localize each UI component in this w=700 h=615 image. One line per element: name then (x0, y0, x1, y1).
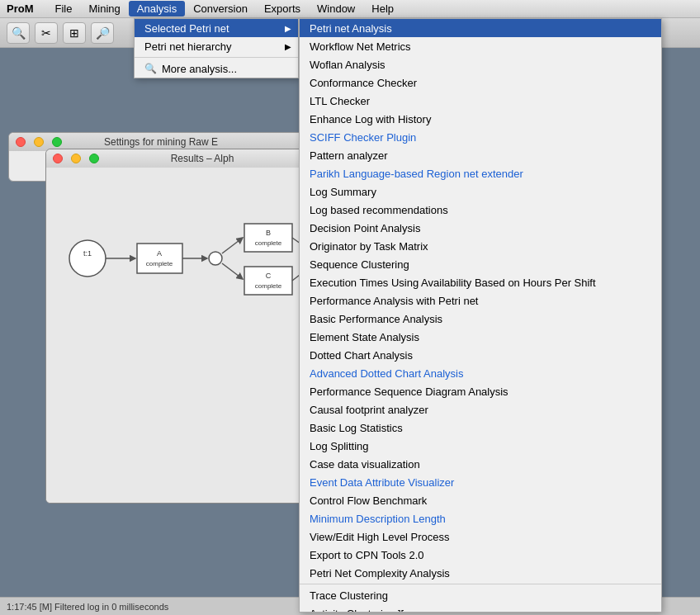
menu-more-analysis[interactable]: 🔍 More analysis... (135, 59, 298, 78)
menu-conversion[interactable]: Conversion (185, 1, 256, 17)
submenu-trace-clustering[interactable]: Trace Clustering (300, 586, 661, 604)
submenu-woflan[interactable]: Woflan Analysis (300, 55, 661, 73)
copy-button[interactable]: ⊞ (63, 22, 86, 44)
submenu-ltl[interactable]: LTL Checker (300, 92, 661, 110)
petri-net-diagram: t:1 A complete B complete (54, 184, 335, 349)
menu-exports[interactable]: Exports (256, 1, 309, 17)
analysis-menu: Selected Petri net Petri net hierarchy 🔍… (134, 18, 299, 78)
submenu-log-splitting[interactable]: Log Splitting (300, 437, 661, 455)
svg-text:A: A (157, 249, 162, 258)
svg-point-0 (69, 240, 106, 277)
status-text: 1:17:45 [M] Filtered log in 0 millisecon… (7, 602, 168, 612)
results-title: Results – Alph (171, 153, 234, 164)
results-close-btn[interactable] (53, 154, 63, 163)
svg-text:t:1: t:1 (83, 249, 92, 258)
svg-text:C: C (266, 272, 272, 280)
menu-help[interactable]: Help (363, 1, 402, 17)
submenu-export-cpn[interactable]: Export to CPN Tools 2.0 (300, 546, 661, 564)
submenu-execution-times[interactable]: Execution Times Using Availability Based… (300, 273, 661, 291)
submenu-activity-clustering[interactable]: Activity Clustering ][ (300, 604, 661, 613)
submenu-originator[interactable]: Originator by Task Matrix (300, 237, 661, 255)
submenu-parikh[interactable]: Parikh Language-based Region net extende… (300, 164, 661, 182)
search-button[interactable]: 🔎 (91, 22, 114, 44)
results-window-controls (53, 154, 103, 163)
submenu-view-edit[interactable]: View/Edit High Level Process (300, 527, 661, 546)
petri-submenu: Petri net Analysis Workflow Net Metrics … (299, 18, 662, 613)
svg-rect-3 (137, 244, 182, 273)
svg-text:B: B (266, 229, 271, 237)
settings-minimize-btn[interactable] (34, 137, 44, 147)
settings-maximize-btn[interactable] (52, 137, 62, 147)
submenu-petri-complexity[interactable]: Petri Net Complexity Analysis (300, 564, 661, 582)
menubar: ProM File Mining Analysis Conversion Exp… (0, 0, 700, 18)
submenu-min-description[interactable]: Minimum Description Length (300, 509, 661, 527)
submenu-sequence-clustering[interactable]: Sequence Clustering (300, 255, 661, 273)
submenu-dotted-chart[interactable]: Dotted Chart Analysis (300, 346, 661, 364)
submenu-event-data[interactable]: Event Data Attribute Visualizer (300, 473, 661, 491)
search-icon: 🔍 (144, 63, 157, 74)
results-maximize-btn[interactable] (89, 154, 99, 163)
submenu-pattern-analyzer[interactable]: Pattern analyzer (300, 146, 661, 164)
menu-analysis[interactable]: Analysis (129, 1, 185, 17)
submenu-case-data-viz[interactable]: Case data visualization (300, 455, 661, 473)
submenu-petri-analysis[interactable]: Petri net Analysis (300, 19, 661, 37)
settings-window-controls (16, 137, 66, 147)
svg-line-9 (222, 263, 243, 279)
tool-button[interactable]: ✂ (35, 22, 58, 44)
submenu-workflow-net[interactable]: Workflow Net Metrics (300, 37, 661, 55)
submenu-sciff[interactable]: SCIFF Checker Plugin (300, 128, 661, 146)
svg-text:complete: complete (255, 282, 282, 290)
submenu-separator (300, 584, 661, 584)
submenu-element-state[interactable]: Element State Analysis (300, 328, 661, 346)
submenu-performance-petri[interactable]: Performance Analysis with Petri net (300, 291, 661, 310)
menu-window[interactable]: Window (309, 1, 363, 17)
submenu-basic-log-stats[interactable]: Basic Log Statistics (300, 419, 661, 437)
submenu-control-flow[interactable]: Control Flow Benchmark (300, 491, 661, 509)
menu-file[interactable]: File (47, 1, 81, 17)
results-minimize-btn[interactable] (71, 154, 81, 163)
zoom-out-button[interactable]: 🔍 (7, 22, 30, 44)
submenu-causal-footprint[interactable]: Causal footprint analyzer (300, 400, 661, 419)
menu-selected-petri-net[interactable]: Selected Petri net (135, 19, 298, 37)
settings-close-btn[interactable] (16, 137, 26, 147)
submenu-advanced-dotted[interactable]: Advanced Dotted Chart Analysis (300, 364, 661, 382)
menu-mining[interactable]: Mining (80, 1, 128, 17)
svg-line-8 (222, 238, 243, 253)
svg-text:complete: complete (255, 239, 282, 247)
settings-title: Settings for mining Raw E (104, 136, 218, 148)
submenu-basic-performance[interactable]: Basic Performance Analysis (300, 310, 661, 328)
app-name[interactable]: ProM (7, 2, 34, 15)
submenu-perf-sequence[interactable]: Performance Sequence Diagram Analysis (300, 382, 661, 400)
submenu-conformance[interactable]: Conformance Checker (300, 73, 661, 92)
svg-point-7 (209, 252, 222, 265)
submenu-log-recommendations[interactable]: Log based recommendations (300, 201, 661, 219)
submenu-decision-point[interactable]: Decision Point Analysis (300, 219, 661, 237)
svg-text:complete: complete (146, 260, 173, 267)
submenu-enhance-log[interactable]: Enhance Log with History (300, 110, 661, 128)
submenu-log-summary[interactable]: Log Summary (300, 182, 661, 201)
menu-petri-hierarchy[interactable]: Petri net hierarchy (135, 37, 298, 55)
menu-separator-1 (135, 57, 298, 58)
